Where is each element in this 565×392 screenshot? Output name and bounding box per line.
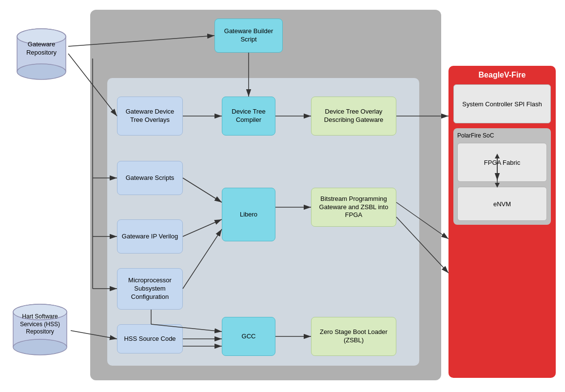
gateware-repo-label: Gateware Repository bbox=[15, 40, 68, 57]
dt-overlay-output-box: Device Tree Overlay Describing Gateware bbox=[311, 97, 396, 136]
hss-source-label: HSS Source Code bbox=[124, 335, 175, 343]
gateware-ip-verilog-box: Gateware IP Verilog bbox=[117, 219, 183, 254]
zsbl-box: Zero Stage Boot Loader (ZSBL) bbox=[311, 317, 396, 356]
mss-config-label: Microprocessor Subsystem Configuration bbox=[120, 276, 179, 301]
bitstream-label: Bitstream Programming Gateware and ZSBL … bbox=[314, 195, 393, 220]
gateware-repo: Gateware Repository bbox=[15, 27, 68, 85]
gateware-scripts-box: Gateware Scripts bbox=[117, 161, 183, 195]
beaglev-title: BeagleV-Fire bbox=[453, 71, 551, 79]
device-tree-compiler-box: Device Tree Compiler bbox=[222, 97, 275, 136]
svg-point-4 bbox=[17, 64, 66, 79]
mss-config-box: Microprocessor Subsystem Configuration bbox=[117, 268, 183, 310]
libero-label: Libero bbox=[240, 211, 257, 219]
hart-repo-label: Hart Software Services (HSS) Repository bbox=[11, 313, 69, 336]
sys-ctrl-flash-box: System Controller SPI Flash bbox=[453, 84, 551, 123]
gateware-scripts-label: Gateware Scripts bbox=[126, 174, 175, 182]
gateware-ip-verilog-label: Gateware IP Verilog bbox=[122, 233, 178, 241]
device-tree-compiler-label: Device Tree Compiler bbox=[225, 108, 272, 124]
libero-box: Libero bbox=[222, 188, 275, 241]
svg-point-10 bbox=[13, 339, 67, 355]
zsbl-label: Zero Stage Boot Loader (ZSBL) bbox=[314, 328, 393, 345]
gcc-label: GCC bbox=[242, 333, 256, 341]
hart-repo: Hart Software Services (HSS) Repository bbox=[11, 302, 69, 361]
gateware-dt-overlays-label: Gateware Device Tree Overlays bbox=[120, 108, 179, 124]
dt-overlay-output-label: Device Tree Overlay Describing Gateware bbox=[314, 108, 393, 124]
envm-box: eNVM bbox=[457, 187, 547, 221]
gateware-dt-overlays-box: Gateware Device Tree Overlays bbox=[117, 97, 183, 136]
fpga-fabric-label: FPGA Fabric bbox=[484, 159, 520, 166]
beaglev-panel: BeagleV-Fire System Controller SPI Flash… bbox=[448, 66, 556, 378]
envm-label: eNVM bbox=[493, 200, 511, 208]
diagram: Gateware Repository Hart Software Servic… bbox=[0, 0, 565, 392]
polarfire-label: PolarFire SoC bbox=[457, 132, 547, 139]
gcc-box: GCC bbox=[222, 317, 275, 356]
gateware-builder-box: Gateware Builder Script bbox=[214, 19, 283, 53]
hss-source-box: HSS Source Code bbox=[117, 324, 183, 353]
gateware-builder-label: Gateware Builder Script bbox=[218, 27, 279, 44]
sys-ctrl-flash-label: System Controller SPI Flash bbox=[462, 100, 542, 108]
fpga-fabric-box: FPGA Fabric bbox=[457, 143, 547, 182]
bitstream-box: Bitstream Programming Gateware and ZSBL … bbox=[311, 188, 396, 227]
